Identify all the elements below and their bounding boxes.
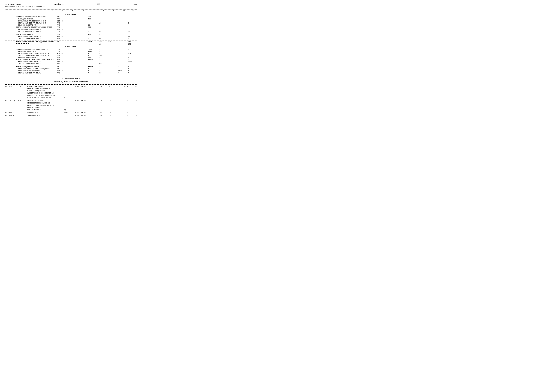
row-c8: - xyxy=(98,16,108,18)
row-v5: - xyxy=(86,114,94,117)
table-row: НОРМАТИВНАЯ ТРУДОЕМКОСТЬ - ЧЕЛ.-Ч ***124… xyxy=(5,70,137,72)
section-in-tom-chisle-1: В ТОМ ЧИСЛЕ: xyxy=(5,13,137,16)
table-row: СМЕТНАЯ ЗАРАБОТНАЯ ПЛАТА - РУБ. *956*** xyxy=(5,72,137,74)
row-unit: ЧЕЛ.-Ч xyxy=(56,35,66,38)
row-num: 82 С147-1 xyxy=(5,111,17,114)
row-code xyxy=(17,111,27,114)
row-c9: 340 xyxy=(108,41,118,43)
row-qty: 0,46 xyxy=(70,111,79,114)
table-row: ВСЕГО,СТОИМОСТЬ ОБЩЕСТРОИТЕЛЬНЫХ РАБОТ -… xyxy=(5,26,137,28)
row-c8: - xyxy=(98,28,108,30)
row-c10: 5,12 xyxy=(120,85,129,99)
row-c11: - xyxy=(128,24,137,26)
row-label: НОРМАТИВНАЯ ТРУДОЕМКОСТЬ В Н.Р. - xyxy=(15,20,56,22)
table-row: ИТОГО ПО РАЗДЕЛУ 3 РУБ. 765 - - xyxy=(5,34,137,35)
row-label: СМЕТНАЯ ЗАРАБОТНАЯ ПЛАТА В Н.Р. - xyxy=(15,22,56,24)
row-c7: 8753 xyxy=(88,41,98,43)
col-h10: 10 xyxy=(119,10,129,12)
row-c7: 135 xyxy=(94,114,103,117)
row-price: 23,00 xyxy=(79,114,86,117)
row-unit xyxy=(63,114,70,117)
row-code: Т.3-2 xyxy=(17,85,27,99)
row-c11b: 173 xyxy=(128,43,137,45)
row-label: ВСЕГО,СТОИМОСТЬ ОБЩЕСТРОИТЕЛЬНЫХ РАБОТ - xyxy=(15,26,56,28)
row-desc: =СТОИМОСТЬ СБОРНЫХ ЖЕЛЕЗОБЕТОННЫХ КОЛОНН… xyxy=(27,99,63,111)
col-h9: 9 xyxy=(109,10,119,12)
row-c8: - xyxy=(98,26,108,28)
itogo-c8: - xyxy=(98,34,108,35)
col-h11: 11 xyxy=(129,10,137,12)
row-label: ИТОГО ПРЯМЫЕ ЗАТРАТЫ ПО ПОДЗЕМНОЙ ЧАСТИ: xyxy=(15,41,56,43)
row-num: 83 С147-8 xyxy=(5,114,17,117)
row-c8: - xyxy=(98,20,108,22)
row-c8b: 128 xyxy=(98,43,108,45)
row-unit: РУБ. xyxy=(56,18,66,20)
page-number: -12- xyxy=(96,3,101,5)
row-code xyxy=(17,114,27,117)
row-c10: * xyxy=(120,99,129,111)
col-h1: 1 xyxy=(5,10,9,12)
col-h7: 7 xyxy=(89,10,99,12)
table-row: 83 С147-8 =АРМАТУРА А-3 5,40 23,00 - 135… xyxy=(5,114,137,117)
col-h6: 6 xyxy=(78,10,89,12)
table-row: 81 ССБ.С.Ц. П.9-5 =СТОИМОСТЬ СБОРНЫХ ЖЕЛ… xyxy=(5,99,137,111)
row-label: СМЕТНАЯ ЗАРАБОТНАЯ ПЛАТА - xyxy=(15,30,56,32)
doc-code: 4268 xyxy=(133,3,137,5)
row-c7: 607 xyxy=(88,16,98,18)
program-name: ПРОГРАММНЫЙ КОМПЛЕКС АВС-3ЕС ( РЕДАКЦИЯ … xyxy=(5,6,137,8)
main-table: 1 2 1 3 4 5 6 7 8 9 10 11 xyxy=(5,10,137,12)
row-c11: 942 xyxy=(128,41,137,43)
row-unit: ЧЕЛ.-Ч xyxy=(56,20,66,22)
block2-table: СТОИМОСТЬ ОБЩЕСТРОИТЕЛЬНЫХ РАБОТ - РУБ. … xyxy=(5,48,137,65)
row-c10: * xyxy=(120,114,129,117)
row-code: П.9-5 xyxy=(17,99,27,111)
row-qty: 4,00 xyxy=(70,85,79,99)
table-row: СМЕТНАЯ ЗАРАБОТНАЯ ПЛАТА - РУБ. - 49 - 9… xyxy=(5,30,137,32)
row-c7: - xyxy=(88,20,98,22)
row-c11: - xyxy=(129,111,137,114)
row-price: 10,60 xyxy=(79,85,86,99)
col-h2: 2 xyxy=(9,10,46,12)
row-unit: ЧЕЛ.-Ч xyxy=(56,28,66,30)
row-c9: - xyxy=(108,28,118,30)
row-num: 80 Е7-32 xyxy=(5,85,17,99)
row-c8: * xyxy=(103,111,111,114)
itogo-c7: 765 xyxy=(88,34,98,35)
page: ТП 503-9-18.86 Альбом I -12- 4268 ПРОГРА… xyxy=(5,3,137,117)
row-v5: 4,19 xyxy=(86,85,94,99)
table-row: 82 С147-1 =АРМАТУРА А-1 100КГ 0,46 22,90… xyxy=(5,111,137,114)
table-row: СМЕТНАЯ ЗАРАБОТНАЯ ПЛАТА - РУБ. -935-- xyxy=(5,63,137,65)
row-c11: 7 xyxy=(128,22,137,24)
table-row: НОРМАТИВНАЯ ТРУДОЕМКОСТЬ В Н.Р. - ЧЕЛ.-Ч… xyxy=(5,52,137,55)
table-row: НОРМАТИВНАЯ ТРУДОЕМКОСТЬ - ЧЕЛ.-Ч 92 xyxy=(5,35,137,38)
row-unit: РУБ. xyxy=(56,16,66,18)
row-label: СТОИМОСТЬ ОБЩЕСТРОИТЕЛЬНЫХ РАБОТ - xyxy=(15,16,56,18)
row-label: НОРМАТИВНАЯ ТРУДОЕМКОСТЬ - xyxy=(15,35,56,38)
block1-table: СТОИМОСТЬ ОБЩЕСТРОИТЕЛЬНЫХ РАБОТ - РУБ. … xyxy=(5,16,137,32)
table-row: СТОИМОСТЬ ОБЩЕСТРОИТЕЛЬНЫХ РАБОТ - РУБ. … xyxy=(5,48,137,50)
row-qty: 2,68 xyxy=(70,99,79,111)
table-row: НОРМАТИВНАЯ ТРУДОЕМКОСТЬ - ЧЕЛ.-Ч ---124… xyxy=(5,61,137,63)
row-c11: - xyxy=(128,16,137,18)
row-c8: 49 xyxy=(98,30,108,32)
row-unit: РУБ. xyxy=(56,41,66,43)
row-c7: 42 xyxy=(94,85,103,99)
itogo-c9: - xyxy=(108,34,118,35)
row-c11: 20 xyxy=(129,85,137,99)
table-row: НАКЛАДНЫЕ РАСХОДЫ - РУБ. 100 - - - xyxy=(5,18,137,20)
row-unit: М3 xyxy=(63,99,70,111)
itogo-pryamye-table: ИТОГО ПРЯМЫЕ ЗАТРАТЫ ПО ПОДЗЕМНОЙ ЧАСТИ:… xyxy=(5,41,137,45)
col-h8: 8 xyxy=(99,10,109,12)
row-c10: * xyxy=(120,111,129,114)
row-c7: 216 xyxy=(94,99,103,111)
row-c9: - xyxy=(108,30,118,32)
row-c9: * xyxy=(111,111,120,114)
row-v5: - xyxy=(86,111,94,114)
row-c9: - xyxy=(108,16,118,18)
row-unit: РУБ. xyxy=(56,30,66,32)
row-c7: 100 xyxy=(88,18,98,20)
row-label: ПЛАНОВЫЕ НАКОПЛЕНИЯ - xyxy=(15,24,56,26)
col-h3b: 3 xyxy=(46,10,58,12)
row-c11: - xyxy=(128,26,137,28)
row-c7: - xyxy=(88,30,98,32)
